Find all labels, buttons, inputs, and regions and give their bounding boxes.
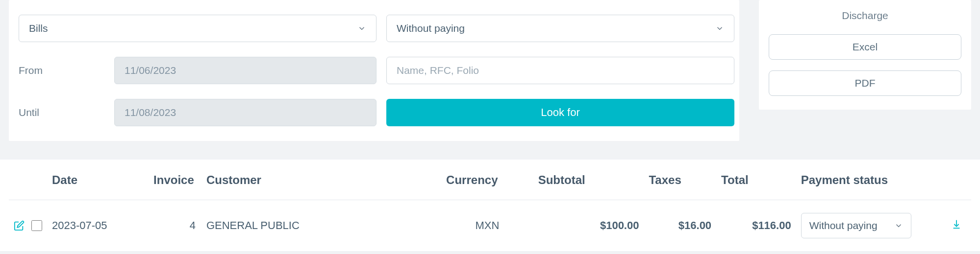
discharge-panel: Discharge Excel PDF xyxy=(759,0,971,110)
download-icon[interactable] xyxy=(951,219,962,230)
th-customer: Customer xyxy=(201,160,441,200)
pdf-button[interactable]: PDF xyxy=(769,70,961,96)
from-date-value: 11/06/2023 xyxy=(125,65,176,76)
cell-date: 2023-07-05 xyxy=(47,200,149,252)
chevron-down-icon xyxy=(894,221,903,230)
th-status: Payment status xyxy=(796,160,942,200)
cell-taxes: $16.00 xyxy=(644,200,716,252)
from-date-input[interactable]: 11/06/2023 xyxy=(114,57,377,84)
row-checkbox[interactable] xyxy=(31,220,42,231)
cell-subtotal: $100.00 xyxy=(533,200,644,252)
type-select[interactable]: Bills xyxy=(19,15,377,42)
cell-customer: GENERAL PUBLIC xyxy=(201,200,441,252)
search-input-wrapper[interactable] xyxy=(386,57,734,84)
cell-invoice: 4 xyxy=(149,200,201,252)
results-table: Date Invoice Customer Currency Subtotal … xyxy=(9,160,971,251)
search-button[interactable]: Look for xyxy=(386,99,734,126)
type-select-value: Bills xyxy=(29,23,48,34)
chevron-down-icon xyxy=(715,24,724,33)
until-date-input[interactable]: 11/08/2023 xyxy=(114,99,377,126)
payment-status-value: Without paying xyxy=(809,220,878,231)
discharge-title: Discharge xyxy=(769,10,961,23)
results-panel: Date Invoice Customer Currency Subtotal … xyxy=(0,160,980,251)
th-total: Total xyxy=(716,160,796,200)
th-taxes: Taxes xyxy=(644,160,716,200)
status-filter-select[interactable]: Without paying xyxy=(386,15,734,42)
cell-currency: MXN xyxy=(441,200,533,252)
status-filter-value: Without paying xyxy=(397,23,465,34)
cell-total: $116.00 xyxy=(716,200,796,252)
th-date: Date xyxy=(47,160,149,200)
search-input[interactable] xyxy=(397,65,724,76)
edit-icon[interactable] xyxy=(14,220,25,231)
until-label: Until xyxy=(19,107,104,118)
from-label: From xyxy=(19,65,104,76)
th-currency: Currency xyxy=(441,160,533,200)
th-subtotal: Subtotal xyxy=(533,160,644,200)
excel-button[interactable]: Excel xyxy=(769,34,961,60)
filter-panel: Bills Without paying From 11/06/2023 Unt… xyxy=(9,0,739,141)
table-row: 2023-07-05 4 GENERAL PUBLIC MXN $100.00 … xyxy=(9,200,971,252)
until-date-value: 11/08/2023 xyxy=(125,107,176,118)
th-invoice: Invoice xyxy=(149,160,201,200)
payment-status-select[interactable]: Without paying xyxy=(801,213,911,238)
chevron-down-icon xyxy=(357,24,366,33)
